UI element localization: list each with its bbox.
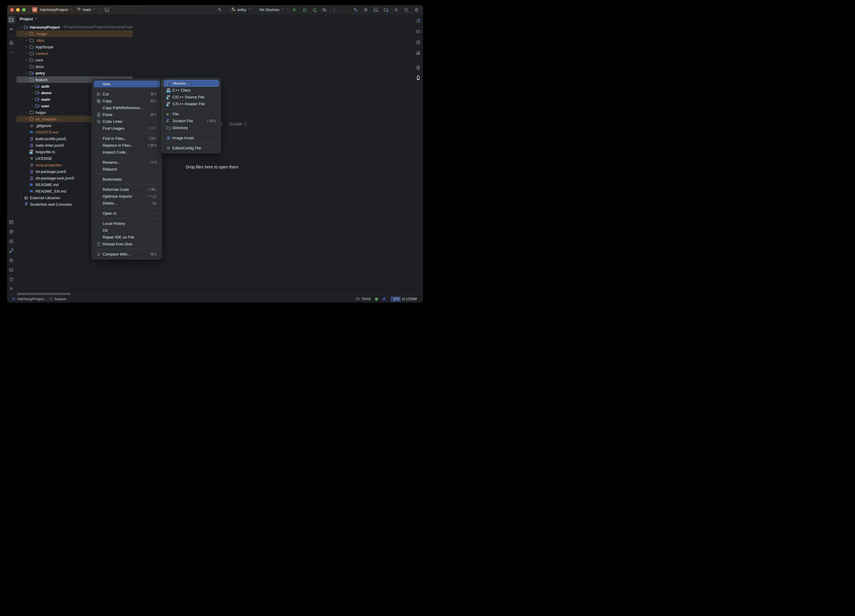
translate-icon[interactable]: A — [352, 6, 359, 14]
menu-item-reload-from-disk[interactable]: Reload from Disk — [93, 241, 160, 248]
tool-trae-robot-icon[interactable] — [415, 28, 422, 35]
menu-item-paste[interactable]: Paste⌘V — [93, 111, 160, 118]
menu-item-cpp-class[interactable]: C++C++ Class — [164, 87, 219, 93]
tree-item-docs[interactable]: docs — [17, 63, 133, 70]
tool-device-phone-icon[interactable] — [415, 75, 422, 82]
menu-item-scratch-file[interactable]: ≡Scratch File⇧⌘N — [164, 118, 219, 124]
chevron-down-icon[interactable] — [24, 78, 29, 81]
menu-item-refactor[interactable]: Refactor — [93, 166, 160, 173]
menu-item-directory[interactable]: Directory — [164, 124, 219, 131]
menu-item-rename[interactable]: Rename...⇧F6 — [93, 159, 160, 166]
tree-item--idea[interactable]: .idea — [17, 37, 133, 44]
target-locator-icon[interactable] — [362, 6, 369, 14]
menu-item-copy-path[interactable]: Copy Path/Reference... — [93, 104, 160, 111]
chevron-right-icon[interactable] — [24, 117, 29, 121]
tool-layout-editor-icon[interactable] — [8, 219, 15, 226]
project-panel-header[interactable]: Project — [15, 14, 134, 23]
close-window-button[interactable] — [10, 8, 14, 12]
menu-item-inspect-code[interactable]: Inspect Code... — [93, 149, 160, 156]
menu-item-module[interactable]: Module... — [164, 80, 219, 87]
breadcrumb-project[interactable]: HarmonyProject — [17, 297, 44, 301]
menu-item-image-asset[interactable]: Image Asset — [164, 135, 219, 141]
menu-item-local-history[interactable]: Local History — [93, 220, 160, 227]
tool-commit-icon[interactable] — [8, 26, 15, 33]
tool-more-icon[interactable]: ⋯ — [8, 49, 15, 56]
menu-item-find-in-files[interactable]: Find in Files...⇧⌘F — [93, 135, 160, 142]
build-hammer-icon[interactable] — [216, 6, 223, 14]
menu-item-replace-in-files[interactable]: Replace in Files...⇧⌘R — [93, 142, 160, 149]
menu-item-compare-with[interactable]: Compare With...⌘D — [93, 251, 160, 258]
tool-problems-p-icon[interactable] — [8, 228, 15, 235]
chevron-right-icon[interactable] — [24, 38, 29, 42]
menu-item-editorconfig[interactable]: EditorConfig File — [164, 145, 219, 151]
chevron-right-icon[interactable] — [24, 71, 29, 75]
search-icon[interactable] — [403, 6, 410, 14]
menu-item-cut[interactable]: Cut⌘X — [93, 91, 160, 98]
menu-item-c-header[interactable]: HC/C++ Header File — [164, 101, 219, 107]
run-configuration-selector[interactable]: entry — [229, 6, 253, 14]
tool-services-icon[interactable] — [8, 257, 15, 264]
tool-harmony-sphere-icon[interactable] — [415, 39, 422, 46]
tool-data-flow-icon[interactable] — [8, 247, 15, 254]
tree-item-entry[interactable]: entry — [17, 70, 133, 76]
horizontal-scrollbar[interactable] — [17, 293, 71, 295]
chevron-right-icon[interactable] — [18, 196, 23, 199]
menu-item-file[interactable]: ≡File — [164, 111, 219, 118]
rerun-icon[interactable] — [311, 6, 318, 14]
tool-git-branch-icon[interactable] — [8, 285, 15, 292]
debug-icon[interactable] — [301, 6, 308, 14]
tool-asset-dictionary-icon[interactable]: A — [415, 64, 422, 71]
menu-item-reformat-code[interactable]: Reformat Code⌥⌘L — [93, 186, 160, 193]
branch-selector[interactable]: main — [75, 6, 98, 13]
chevron-right-icon[interactable] — [30, 91, 35, 95]
chevron-right-icon[interactable] — [24, 52, 29, 55]
tool-notifications-bell-icon[interactable] — [415, 17, 422, 24]
menu-item-find-usages[interactable]: Find Usages⌥F7 — [93, 125, 160, 132]
menu-item-delete[interactable]: Delete... — [93, 200, 160, 206]
tool-terminal-icon[interactable] — [8, 266, 15, 274]
cli-terminal-icon[interactable]: c — [372, 6, 380, 14]
chevron-right-icon[interactable] — [30, 84, 35, 88]
memory-indicator[interactable]: 373 of 1200M — [391, 297, 419, 302]
tree-item-core[interactable]: core — [17, 57, 133, 63]
menu-item-repair-ide[interactable]: Repair IDE on File — [93, 234, 160, 241]
chevron-right-icon[interactable] — [24, 45, 29, 49]
device-selector[interactable]: No Devices — [257, 6, 287, 13]
zoom-window-button[interactable] — [22, 8, 26, 12]
tree-item--hvigor[interactable]: .hvigor — [17, 31, 133, 37]
tool-plugin-grid-icon[interactable] — [415, 49, 422, 57]
settings-icon[interactable] — [413, 6, 420, 14]
tool-project-tool-icon[interactable] — [8, 16, 15, 23]
chevron-right-icon[interactable] — [30, 104, 35, 108]
project-folder-icon[interactable] — [383, 6, 389, 14]
play-icon[interactable] — [291, 6, 298, 14]
tree-item-context[interactable]: context — [17, 50, 133, 57]
tree-item-appscope[interactable]: AppScope — [17, 44, 133, 50]
breadcrumb-folder[interactable]: feature — [55, 297, 66, 301]
chevron-right-icon[interactable] — [24, 32, 29, 35]
minimize-window-button[interactable] — [16, 8, 20, 12]
kebab-menu-icon[interactable]: ⋮ — [331, 6, 338, 14]
attach-debugger-icon[interactable] — [321, 6, 328, 14]
account-icon[interactable] — [392, 6, 400, 14]
menu-item-git[interactable]: Git — [93, 227, 160, 234]
project-selector[interactable]: HarmonyProject — [38, 6, 75, 13]
tool-inspections-icon[interactable] — [8, 276, 15, 283]
chevron-down-icon[interactable] — [18, 25, 23, 29]
trae-assistant-widget[interactable]: TRAE — [355, 297, 371, 302]
cli-tool-icon[interactable]: c — [103, 6, 110, 14]
menu-item-c-source[interactable]: CC/C++ Source File — [164, 93, 219, 101]
menu-item-optimize-imports[interactable]: Optimize Imports^⌥O — [93, 193, 160, 200]
tree-item-harmonyproject[interactable]: HarmonyProject~/Project/Harmony/Projects… — [17, 24, 133, 31]
menu-item-new[interactable]: New — [93, 81, 160, 87]
chevron-right-icon[interactable] — [30, 98, 35, 101]
menu-item-code-linter[interactable]: Code Linter — [93, 118, 160, 125]
tool-todo-icon[interactable] — [8, 238, 15, 245]
chevron-right-icon[interactable] — [24, 58, 29, 62]
chevron-right-icon[interactable] — [24, 65, 29, 68]
chevron-right-icon[interactable] — [24, 111, 29, 114]
menu-item-open-in[interactable]: Open In — [93, 210, 160, 217]
tool-structure-icon[interactable] — [8, 39, 15, 46]
menu-item-bookmarks[interactable]: Bookmarks — [93, 176, 160, 183]
a-logo-icon[interactable] — [382, 297, 387, 302]
